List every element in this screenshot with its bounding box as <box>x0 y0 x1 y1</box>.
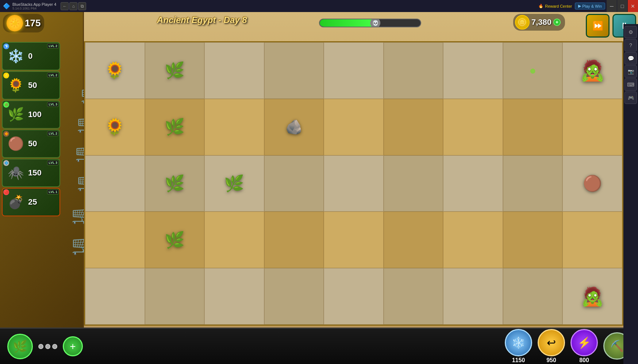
cell-4-8[interactable]: 🧟 <box>562 268 622 325</box>
plus-gem-icon: + <box>553 19 561 26</box>
back-button[interactable]: ← <box>61 2 69 10</box>
plant-card-spikeweed[interactable]: 💠 LVL 3 🕷️ 150 <box>2 159 60 187</box>
coin-counter: 🪙 7,380 + <box>513 14 565 31</box>
add-plant-button[interactable]: + <box>63 336 83 356</box>
plant-peashooter-r0c1: 🌿 <box>165 61 185 80</box>
close-button[interactable]: ✕ <box>628 0 638 12</box>
wallnut-r2c8: 🟤 <box>583 174 602 192</box>
lightning-power-button[interactable]: ⚡ 800 <box>570 329 598 364</box>
cell-3-6[interactable] <box>443 212 503 268</box>
lightning-cost: 800 <box>579 357 589 364</box>
cell-2-2[interactable]: 🌿 <box>204 155 264 212</box>
gem-red-icon: 🔴 <box>3 189 9 195</box>
plant-card-potato-mine[interactable]: 🔴 LVL 1 💣 25 <box>2 188 60 216</box>
cell-1-7[interactable] <box>503 99 563 155</box>
potato-mine-info: 25 <box>28 197 37 207</box>
cell-0-5[interactable] <box>384 42 443 99</box>
gem-green-icon: 🟢 <box>3 102 9 108</box>
plant-card-peashooter[interactable]: 🟢 LVL 3 🌿 100 <box>2 100 60 129</box>
cell-0-7[interactable]: ● <box>503 42 563 99</box>
cell-3-0[interactable] <box>85 212 145 268</box>
cell-2-4[interactable] <box>324 155 384 212</box>
wallnut-info: 50 <box>28 139 37 148</box>
cell-0-2[interactable] <box>204 42 264 99</box>
cell-2-3[interactable] <box>264 155 324 212</box>
cell-3-3[interactable] <box>264 212 324 268</box>
play-win-button[interactable]: ▶ Play & Win <box>575 3 605 9</box>
tab-button[interactable]: ⧉ <box>78 2 86 10</box>
cell-2-7[interactable] <box>503 155 563 212</box>
speed-icon: ⏩ <box>592 21 603 31</box>
cell-3-5[interactable] <box>384 212 443 268</box>
cell-4-1[interactable] <box>145 268 205 325</box>
zombie-mummy-r0: 🧟 <box>580 59 605 82</box>
cell-3-7[interactable] <box>503 212 563 268</box>
cell-4-3[interactable] <box>264 268 324 325</box>
right-strip: ⚙ ? 💬 📷 ⌨ 🎮 <box>623 24 638 364</box>
cell-1-6[interactable] <box>443 99 503 155</box>
coin-count: 7,380 <box>531 18 551 27</box>
cell-1-0[interactable]: 🌻 <box>85 99 145 155</box>
arrow-power-button[interactable]: ↩ 950 <box>538 329 565 364</box>
maximize-button[interactable]: □ <box>617 0 627 12</box>
cell-2-5[interactable] <box>384 155 443 212</box>
app-title: BlueStacks App Player 4 <box>12 2 56 7</box>
gem-brown-icon: 🔶 <box>3 131 9 137</box>
minimize-button[interactable]: ─ <box>607 0 617 12</box>
cell-0-0[interactable]: 🌻 <box>85 42 145 99</box>
cell-0-6[interactable] <box>443 42 503 99</box>
cell-3-4[interactable] <box>324 212 384 268</box>
plant-card-sunflower[interactable]: ⭐ LVL 2 🌻 50 <box>2 71 60 100</box>
speed-button[interactable]: ⏩ <box>586 14 610 38</box>
cell-0-3[interactable] <box>264 42 324 99</box>
strip-help-btn[interactable]: ? <box>624 39 637 51</box>
cell-1-4[interactable] <box>324 99 384 155</box>
cell-3-8[interactable] <box>562 212 622 268</box>
strip-screenshot-btn[interactable]: 📷 <box>624 65 637 78</box>
cell-1-1[interactable]: 🌿 <box>145 99 205 155</box>
titlebar: 🔷 BlueStacks App Player 4 5.14.0.1061 P6… <box>0 0 638 12</box>
cell-4-6[interactable] <box>443 268 503 325</box>
version-text: 5.14.0.1061 P64 <box>12 7 56 10</box>
cell-4-2[interactable] <box>204 268 264 325</box>
snow-pea-cost: 0 <box>28 51 32 61</box>
spikeweed-info: 150 <box>28 168 42 178</box>
strip-gamepad-btn[interactable]: 🎮 <box>624 92 637 104</box>
cell-1-3[interactable]: 🪨 <box>264 99 324 155</box>
ammo-dot-3 <box>52 344 57 349</box>
freeze-power-button[interactable]: ❄️ 1150 <box>505 329 532 364</box>
reward-center[interactable]: 🔥 Reward Center <box>535 4 575 8</box>
cell-0-1[interactable]: 🌿 <box>145 42 205 99</box>
play-win-label: Play & Win <box>582 4 602 8</box>
cell-0-4[interactable] <box>324 42 384 99</box>
strip-chat-btn[interactable]: 💬 <box>624 52 637 65</box>
cell-2-1[interactable]: 🌿 <box>145 155 205 212</box>
cell-2-6[interactable] <box>443 155 503 212</box>
peashooter-info: 100 <box>28 110 42 119</box>
coin-icon: 🪙 <box>515 15 530 30</box>
cell-0-8[interactable]: 🧟 <box>562 42 622 99</box>
cell-2-0[interactable] <box>85 155 145 212</box>
cell-3-1[interactable]: 🌿 <box>145 212 205 268</box>
zombie-indicator: 💀 <box>370 19 380 27</box>
plant-card-snow-pea[interactable]: 💎 LVL 2 ❄️ 0 <box>2 42 60 70</box>
potato-mine-cost: 25 <box>28 197 37 207</box>
strip-keyboard-btn[interactable]: ⌨ <box>624 78 637 91</box>
plant-selector-btn[interactable]: 🌿 <box>7 334 33 359</box>
cell-1-8[interactable] <box>562 99 622 155</box>
game-grid-container[interactable]: 🌻 🌿 ● 🧟 🌻 🌿 � <box>84 41 623 326</box>
home-button[interactable]: ⌂ <box>69 2 77 10</box>
plant-sidebar: 💎 LVL 2 ❄️ 0 ⭐ LVL 2 🌻 50 🟢 LVL 3 🌿 100 … <box>0 12 62 218</box>
bottom-bar: 🌿 + ❄️ 1150 ↩ 950 ⚡ 800 ⛏️ <box>0 328 638 364</box>
cell-3-2[interactable] <box>204 212 264 268</box>
cell-4-4[interactable] <box>324 268 384 325</box>
strip-settings-btn[interactable]: ⚙ <box>624 26 637 38</box>
plant-card-wallnut[interactable]: 🔶 LVL 2 🟤 50 <box>2 129 60 158</box>
cell-4-7[interactable] <box>503 268 563 325</box>
cell-1-2[interactable] <box>204 99 264 155</box>
cell-2-8[interactable]: 🟤 <box>562 155 622 212</box>
cell-4-0[interactable] <box>85 268 145 325</box>
cell-4-5[interactable] <box>384 268 443 325</box>
cell-1-5[interactable] <box>384 99 443 155</box>
freeze-cost: 1150 <box>512 357 525 364</box>
